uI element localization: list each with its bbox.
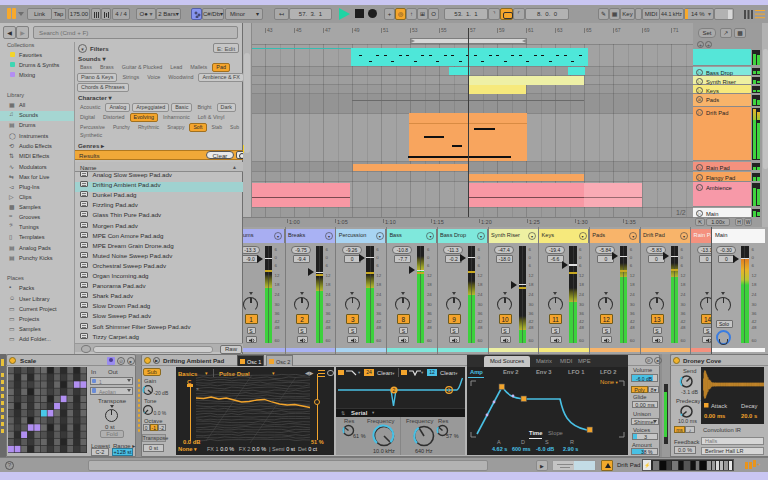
svg-text:Attack: Attack [711, 403, 727, 409]
svg-text:20.0 s: 20.0 s [741, 413, 757, 419]
svg-text:1: 1 [448, 387, 451, 393]
svg-text:Decay: Decay [741, 403, 758, 409]
svg-text:0.00 ms: 0.00 ms [704, 413, 725, 419]
svg-text:2: 2 [393, 387, 396, 393]
